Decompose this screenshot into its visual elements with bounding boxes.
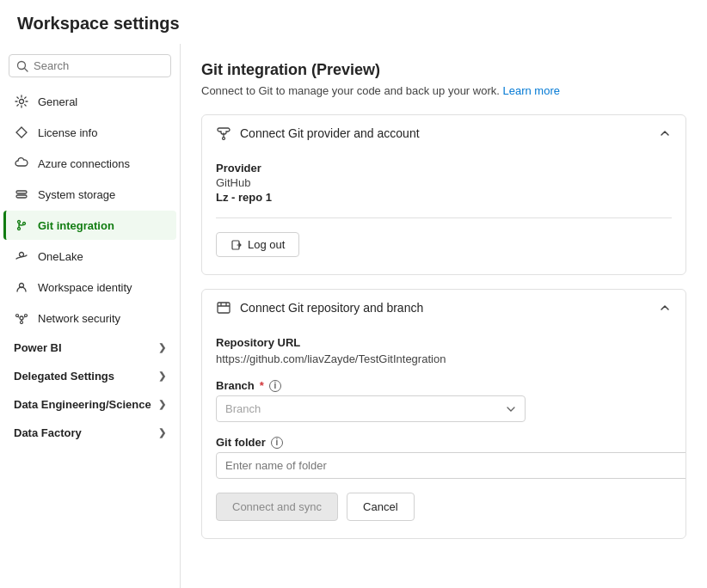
git-repo-icon — [216, 300, 231, 315]
chevron-down-icon: ❯ — [158, 427, 166, 438]
action-buttons: Connect and sync Cancel — [216, 493, 672, 521]
git-folder-label-text: Git folder — [216, 436, 266, 449]
svg-line-1 — [25, 68, 28, 71]
branch-label-text: Branch — [216, 379, 255, 392]
main-content: Git integration (Preview) Connect to Git… — [181, 44, 707, 588]
svg-point-13 — [21, 322, 23, 324]
sidebar-label-workspace-identity: Workspace identity — [38, 281, 132, 294]
sidebar-group-label-data-engineering: Data Engineering/Science — [14, 398, 151, 411]
branch-chevron-icon — [506, 404, 516, 414]
cloud-icon — [14, 156, 29, 171]
search-box[interactable] — [9, 54, 171, 77]
logout-button[interactable]: Log out — [216, 232, 299, 257]
sidebar-item-network[interactable]: Network security — [3, 303, 176, 333]
chevron-down-icon: ❯ — [158, 399, 166, 410]
search-icon — [16, 60, 28, 72]
content-title: Git integration (Preview) — [201, 61, 686, 79]
sidebar-group-power-bi[interactable]: Power BI ❯ — [3, 334, 176, 361]
git-folder-label-row: Git folder i — [216, 436, 672, 449]
sidebar-item-azure[interactable]: Azure connections — [3, 149, 176, 178]
sidebar-group-data-engineering[interactable]: Data Engineering/Science ❯ — [3, 391, 176, 418]
settings-icon — [14, 94, 29, 109]
learn-more-link[interactable]: Learn more — [503, 84, 560, 97]
sidebar-item-general[interactable]: General — [3, 87, 176, 116]
sidebar-group-data-factory[interactable]: Data Factory ❯ — [3, 420, 176, 446]
repo-url-value: https://github.com/liavZayde/TestGitInte… — [216, 352, 672, 365]
git-provider-card-body: Provider GitHub Lz - repo 1 Log out — [202, 151, 685, 274]
branch-placeholder: Branch — [225, 402, 261, 415]
search-input[interactable] — [34, 59, 163, 72]
svg-rect-19 — [218, 303, 230, 313]
git-repo-card: Connect Git repository and branch Reposi… — [201, 289, 686, 539]
repo-url-label: Repository URL — [216, 336, 672, 349]
branch-label-row: Branch * i — [216, 379, 672, 392]
identity-icon — [14, 279, 29, 295]
git-folder-input[interactable] — [216, 452, 686, 479]
git-folder-info-icon[interactable]: i — [271, 437, 283, 449]
sidebar-item-git[interactable]: Git integration — [3, 211, 176, 240]
sidebar-group-label-data-factory: Data Factory — [14, 426, 82, 439]
git-provider-card-title: Connect Git provider and account — [240, 126, 420, 140]
cancel-button[interactable]: Cancel — [347, 493, 414, 521]
chevron-down-icon: ❯ — [158, 342, 166, 353]
sidebar-group-label-delegated: Delegated Settings — [14, 370, 114, 383]
git-provider-card: Connect Git provider and account Provide… — [201, 114, 686, 275]
collapse-icon-2 — [658, 301, 672, 315]
sidebar-item-storage[interactable]: System storage — [3, 180, 176, 209]
svg-point-10 — [20, 316, 23, 320]
sidebar-group-delegated[interactable]: Delegated Settings ❯ — [3, 363, 176, 389]
branch-info-icon[interactable]: i — [269, 380, 281, 392]
sidebar-item-onelake[interactable]: OneLake — [3, 242, 176, 271]
network-icon — [14, 310, 29, 326]
sidebar: General License info Azure connect — [0, 44, 181, 588]
sidebar-label-azure: Azure connections — [38, 157, 130, 170]
sidebar-group-label-power-bi: Power BI — [14, 341, 62, 354]
diamond-icon — [14, 125, 29, 140]
storage-icon — [14, 187, 29, 202]
svg-point-8 — [20, 253, 24, 257]
required-indicator: * — [260, 379, 264, 392]
lake-icon — [14, 248, 29, 264]
sidebar-label-onelake: OneLake — [38, 250, 83, 263]
content-subtitle: Connect to Git to manage your code and b… — [201, 84, 686, 97]
card-divider — [216, 217, 672, 218]
git-icon — [14, 217, 29, 233]
sidebar-label-network: Network security — [38, 312, 120, 325]
svg-point-17 — [223, 138, 225, 140]
sidebar-label-storage: System storage — [38, 188, 115, 201]
svg-rect-3 — [16, 191, 27, 193]
svg-line-15 — [24, 316, 26, 317]
sidebar-item-license[interactable]: License info — [3, 118, 176, 147]
svg-line-14 — [17, 316, 19, 317]
provider-value: GitHub — [216, 176, 672, 189]
chevron-down-icon: ❯ — [158, 371, 166, 382]
provider-label: Provider — [216, 162, 672, 175]
page-container: Workspace settings — [0, 0, 707, 588]
logout-label: Log out — [248, 238, 285, 251]
branch-select[interactable]: Branch — [216, 395, 526, 422]
logout-icon — [231, 239, 243, 251]
sidebar-label-git: Git integration — [38, 219, 114, 232]
svg-point-2 — [20, 100, 24, 104]
sidebar-label-license: License info — [38, 126, 97, 139]
git-provider-icon — [216, 126, 231, 141]
connect-sync-button[interactable]: Connect and sync — [216, 493, 338, 521]
sidebar-label-general: General — [38, 95, 77, 108]
git-repo-card-body: Repository URL https://github.com/liavZa… — [202, 326, 685, 538]
collapse-icon — [658, 126, 672, 140]
sidebar-item-workspace-identity[interactable]: Workspace identity — [3, 273, 176, 302]
repo-value: Lz - repo 1 — [216, 191, 672, 204]
svg-rect-4 — [16, 195, 27, 198]
main-layout: General License info Azure connect — [0, 44, 707, 588]
page-title: Workspace settings — [0, 0, 707, 44]
git-repo-card-title: Connect Git repository and branch — [240, 301, 423, 315]
git-provider-card-header[interactable]: Connect Git provider and account — [202, 115, 685, 151]
git-repo-card-header[interactable]: Connect Git repository and branch — [202, 290, 685, 326]
